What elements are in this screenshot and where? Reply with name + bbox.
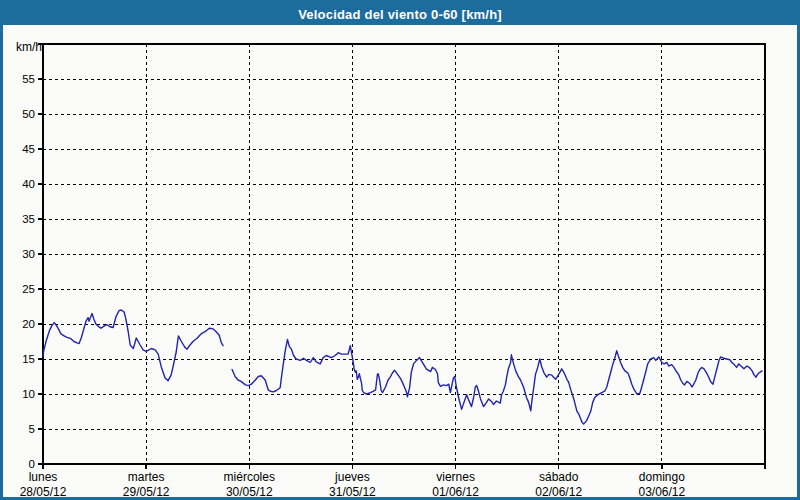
day-date-label: 28/05/12 [20,485,67,499]
day-name-label: sábado [539,470,579,484]
day-date-label: 01/06/12 [432,485,479,499]
chart-svg: 0510152025303540455055lunes28/05/12marte… [3,3,800,500]
day-name-label: martes [128,470,165,484]
y-tick-label: 25 [22,283,35,295]
y-tick-label: 50 [22,108,35,120]
y-tick-label: 30 [22,248,35,260]
y-tick-label: 5 [29,423,35,435]
y-tick-label: 35 [22,213,35,225]
day-date-label: 29/05/12 [123,485,170,499]
day-name-label: miércoles [224,470,275,484]
day-name-label: lunes [29,470,58,484]
day-name-label: viernes [436,470,475,484]
y-tick-label: 15 [22,353,35,365]
y-tick-label: 10 [22,388,35,400]
wind-speed-line [232,339,762,424]
wind-speed-line [43,310,223,381]
day-date-label: 31/05/12 [329,485,376,499]
day-date-label: 03/06/12 [638,485,685,499]
day-date-label: 02/06/12 [535,485,582,499]
day-date-label: 30/05/12 [226,485,273,499]
y-tick-label: 40 [22,178,35,190]
y-tick-label: 45 [22,143,35,155]
day-name-label: jueves [334,470,370,484]
y-tick-label: 55 [22,73,35,85]
y-tick-label: 20 [22,318,35,330]
y-tick-label: 0 [29,458,35,470]
app-window: Velocidad del viento 0-60 [km/h] km/h 05… [0,0,800,500]
day-name-label: domingo [639,470,685,484]
